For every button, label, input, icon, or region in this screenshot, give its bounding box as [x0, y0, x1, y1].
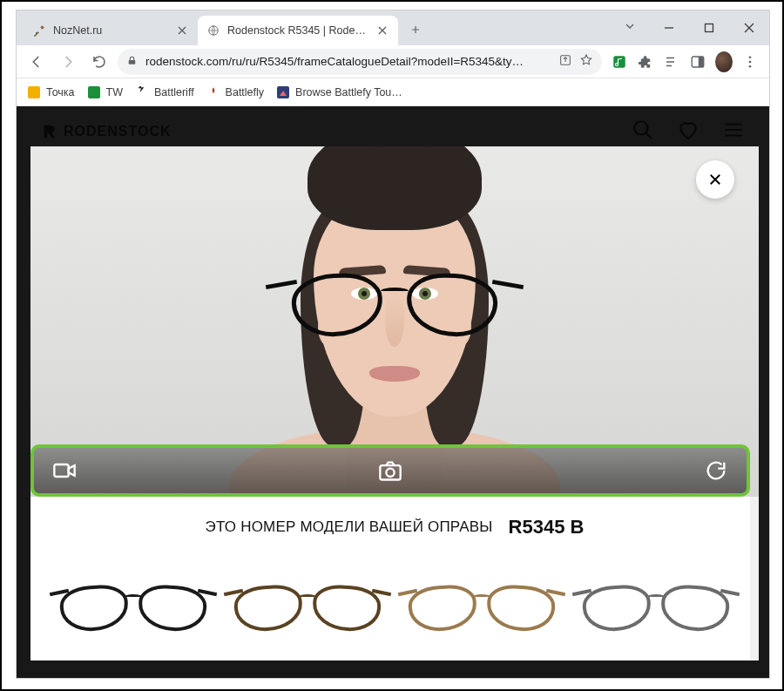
tryon-modal: ЭТО НОМЕР МОДЕЛИ ВАШЕЙ ОПРАВЫ R5345 B [30, 146, 759, 661]
share-icon[interactable] [558, 53, 572, 70]
svg-rect-11 [28, 86, 40, 98]
close-window-button[interactable] [729, 10, 769, 45]
wrench-icon [32, 24, 46, 37]
variant-thumb[interactable] [578, 568, 734, 647]
bookmark-label: Browse Battlefy Tou… [295, 86, 402, 98]
address-bar[interactable]: rodenstock.com/ru/ru/R5345/frameCatalogu… [118, 49, 602, 75]
extensions-puzzle-icon[interactable] [637, 53, 654, 71]
toolbar: rodenstock.com/ru/ru/R5345/frameCatalogu… [17, 45, 769, 78]
model-label: ЭТО НОМЕР МОДЕЛИ ВАШЕЙ ОПРАВЫ [206, 518, 493, 536]
extension-music-icon[interactable] [611, 53, 628, 71]
new-tab-button[interactable] [403, 17, 428, 42]
bookmark-tw[interactable]: TW [87, 85, 123, 99]
svg-rect-3 [129, 59, 136, 64]
kebab-menu-icon[interactable] [741, 53, 759, 71]
bookmarks-bar: Точка TW Battleriff Battlefly Browse Bat… [17, 78, 769, 106]
star-icon[interactable] [579, 53, 593, 70]
bookmark-icon [206, 85, 220, 99]
reload-button[interactable] [86, 49, 112, 75]
model-code: R5345 B [509, 516, 585, 539]
browser-window: NozNet.ru Rodenstock R5345 | Rodenstock [17, 10, 769, 678]
face-photo [229, 146, 560, 497]
tab-close-icon[interactable] [175, 24, 189, 37]
tab-label: Rodenstock R5345 | Rodenstock [227, 24, 368, 37]
reading-list-icon[interactable] [663, 53, 680, 71]
tab-noznet[interactable]: NozNet.ru [24, 16, 198, 45]
bookmark-icon [27, 85, 41, 99]
bookmark-battlefly[interactable]: Battlefly [206, 85, 264, 99]
forward-button[interactable] [55, 49, 81, 75]
tab-label: NozNet.ru [53, 24, 168, 37]
back-button[interactable] [24, 49, 50, 75]
bookmark-battlefy[interactable]: Browse Battlefy Tou… [276, 85, 402, 99]
svg-rect-5 [613, 56, 625, 68]
bookmark-tochka[interactable]: Точка [27, 85, 75, 99]
svg-point-8 [749, 56, 752, 58]
bookmark-battleriff[interactable]: Battleriff [135, 85, 194, 99]
side-panel-icon[interactable] [689, 53, 706, 71]
svg-rect-2 [706, 24, 713, 32]
minimize-button[interactable] [649, 10, 689, 45]
tryon-controls [34, 448, 747, 493]
extensions [607, 53, 762, 71]
tryon-preview [30, 146, 759, 497]
url-text: rodenstock.com/ru/ru/R5345/frameCatalogu… [145, 55, 551, 68]
globe-icon [206, 24, 220, 37]
svg-point-17 [386, 469, 394, 477]
svg-rect-7 [699, 57, 704, 67]
bookmark-label: Battleriff [154, 86, 194, 98]
svg-rect-12 [88, 86, 100, 98]
bookmark-label: Battlefly [226, 86, 264, 98]
video-button[interactable] [50, 456, 79, 485]
variant-thumb[interactable] [55, 568, 212, 647]
variant-thumb[interactable] [229, 568, 386, 647]
bookmark-label: TW [106, 86, 123, 98]
svg-point-10 [749, 64, 752, 67]
variant-thumb[interactable] [403, 568, 560, 647]
profile-avatar[interactable] [715, 53, 733, 71]
tab-search-button[interactable] [623, 19, 637, 37]
svg-point-0 [36, 32, 37, 34]
bookmark-icon [276, 85, 290, 99]
model-info: ЭТО НОМЕР МОДЕЛИ ВАШЕЙ ОПРАВЫ R5345 B [30, 497, 759, 552]
maximize-button[interactable] [689, 10, 729, 45]
svg-rect-15 [54, 464, 68, 477]
bookmark-label: Точка [46, 86, 75, 98]
camera-button[interactable] [375, 456, 405, 485]
tab-close-icon[interactable] [375, 24, 389, 37]
bookmark-icon [87, 85, 101, 99]
tab-rodenstock[interactable]: Rodenstock R5345 | Rodenstock [198, 16, 398, 45]
reload-button[interactable] [701, 456, 731, 485]
svg-point-9 [749, 60, 752, 63]
glasses-overlay [292, 274, 497, 343]
bookmark-icon [135, 85, 149, 99]
window-controls [649, 10, 769, 45]
page-viewport: RODENSTOCK [17, 106, 769, 678]
close-button[interactable] [696, 160, 734, 199]
tab-strip: NozNet.ru Rodenstock R5345 | Rodenstock [17, 10, 428, 45]
variant-thumbnails [30, 552, 759, 647]
titlebar: NozNet.ru Rodenstock R5345 | Rodenstock [17, 10, 769, 45]
screenshot-frame: NozNet.ru Rodenstock R5345 | Rodenstock [0, 0, 784, 691]
lock-icon [126, 55, 139, 69]
